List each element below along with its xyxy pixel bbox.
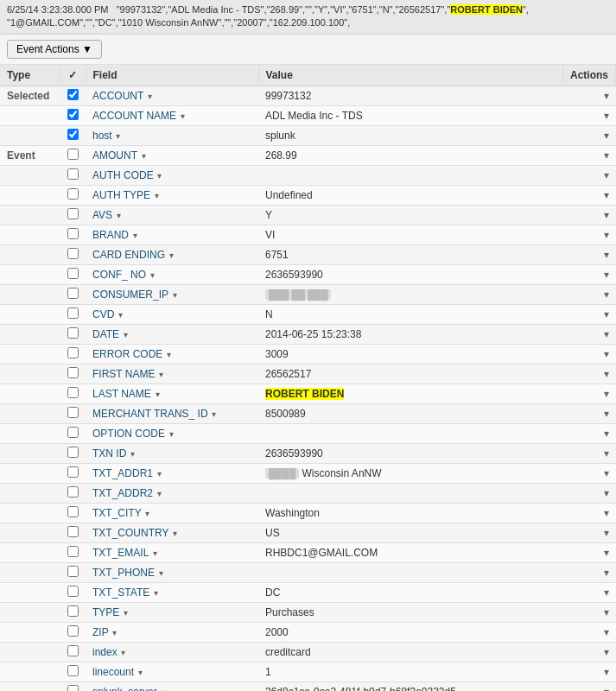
actions-chevron-icon[interactable]: ▾ bbox=[604, 626, 609, 638]
cell-actions[interactable]: ▾ bbox=[562, 304, 615, 324]
actions-chevron-icon[interactable]: ▾ bbox=[604, 507, 609, 519]
actions-chevron-icon[interactable]: ▾ bbox=[604, 666, 609, 678]
field-name-link[interactable]: index bbox=[92, 646, 117, 658]
row-checkbox[interactable] bbox=[67, 89, 79, 100]
field-name-link[interactable]: MERCHANT TRANS_ ID bbox=[92, 408, 208, 420]
cell-checkbox[interactable] bbox=[60, 582, 86, 602]
row-checkbox[interactable] bbox=[67, 347, 79, 358]
cell-actions[interactable]: ▾ bbox=[562, 642, 615, 662]
cell-checkbox[interactable] bbox=[60, 403, 86, 423]
cell-actions[interactable]: ▾ bbox=[562, 344, 615, 364]
row-checkbox[interactable] bbox=[67, 188, 79, 200]
cell-actions[interactable]: ▾ bbox=[562, 523, 615, 542]
cell-checkbox[interactable] bbox=[60, 503, 86, 523]
cell-actions[interactable]: ▾ bbox=[562, 423, 615, 443]
row-checkbox[interactable] bbox=[67, 367, 79, 378]
actions-chevron-icon[interactable]: ▾ bbox=[604, 328, 609, 340]
cell-actions[interactable]: ▾ bbox=[562, 384, 615, 403]
field-name-link[interactable]: LAST NAME bbox=[92, 388, 151, 400]
actions-chevron-icon[interactable]: ▾ bbox=[604, 447, 609, 460]
cell-actions[interactable]: ▾ bbox=[562, 86, 615, 105]
field-chevron-icon[interactable]: ▾ bbox=[210, 409, 217, 419]
field-chevron-icon[interactable]: ▾ bbox=[156, 370, 163, 379]
cell-checkbox[interactable] bbox=[60, 463, 86, 483]
field-chevron-icon[interactable]: ▾ bbox=[156, 171, 162, 181]
actions-chevron-icon[interactable]: ▾ bbox=[604, 269, 609, 281]
cell-actions[interactable]: ▾ bbox=[562, 185, 615, 205]
cell-actions[interactable]: ▾ bbox=[562, 364, 615, 384]
cell-checkbox[interactable] bbox=[60, 165, 86, 185]
field-chevron-icon[interactable]: ▾ bbox=[167, 429, 174, 439]
field-name-link[interactable]: TYPE bbox=[92, 606, 119, 618]
cell-checkbox[interactable] bbox=[60, 185, 86, 205]
field-name-link[interactable]: TXT_CITY bbox=[92, 507, 142, 519]
cell-checkbox[interactable] bbox=[60, 105, 86, 125]
field-chevron-icon[interactable]: ▾ bbox=[148, 270, 155, 280]
cell-checkbox[interactable] bbox=[60, 523, 86, 542]
cell-checkbox[interactable] bbox=[60, 145, 86, 165]
cell-checkbox[interactable] bbox=[60, 284, 86, 304]
cell-checkbox[interactable] bbox=[60, 642, 86, 662]
cell-checkbox[interactable] bbox=[60, 384, 86, 403]
cell-checkbox[interactable] bbox=[60, 86, 86, 105]
field-chevron-icon[interactable]: ▾ bbox=[170, 529, 177, 538]
cell-actions[interactable]: ▾ bbox=[562, 205, 615, 225]
cell-checkbox[interactable] bbox=[60, 443, 86, 463]
actions-chevron-icon[interactable]: ▾ bbox=[604, 527, 609, 539]
cell-actions[interactable]: ▾ bbox=[562, 602, 615, 622]
cell-checkbox[interactable] bbox=[60, 562, 86, 582]
cell-actions[interactable]: ▾ bbox=[562, 403, 615, 423]
row-checkbox[interactable] bbox=[67, 307, 79, 319]
row-checkbox[interactable] bbox=[67, 168, 79, 180]
cell-actions[interactable]: ▾ bbox=[562, 443, 615, 463]
cell-checkbox[interactable] bbox=[60, 364, 86, 384]
field-chevron-icon[interactable]: ▾ bbox=[151, 588, 158, 598]
actions-chevron-icon[interactable]: ▾ bbox=[604, 388, 609, 400]
field-name-link[interactable]: CONF_ NO bbox=[92, 269, 146, 281]
field-chevron-icon[interactable]: ▾ bbox=[119, 648, 126, 657]
cell-actions[interactable]: ▾ bbox=[562, 324, 615, 344]
field-chevron-icon[interactable]: ▾ bbox=[130, 231, 137, 240]
field-name-link[interactable]: BRAND bbox=[92, 229, 129, 241]
field-chevron-icon[interactable]: ▾ bbox=[143, 509, 150, 518]
field-name-link[interactable]: TXT_ADDR1 bbox=[92, 467, 153, 479]
row-checkbox[interactable] bbox=[67, 427, 79, 438]
cell-checkbox[interactable] bbox=[60, 483, 86, 503]
cell-actions[interactable]: ▾ bbox=[562, 165, 615, 185]
cell-actions[interactable]: ▾ bbox=[562, 125, 615, 145]
field-name-link[interactable]: AMOUNT bbox=[92, 149, 137, 162]
actions-chevron-icon[interactable]: ▾ bbox=[604, 586, 609, 599]
actions-chevron-icon[interactable]: ▾ bbox=[604, 169, 609, 181]
row-checkbox[interactable] bbox=[67, 645, 79, 656]
actions-chevron-icon[interactable]: ▾ bbox=[604, 348, 609, 360]
field-chevron-icon[interactable]: ▾ bbox=[121, 330, 128, 339]
cell-actions[interactable]: ▾ bbox=[562, 681, 615, 691]
field-chevron-icon[interactable]: ▾ bbox=[155, 489, 162, 498]
cell-actions[interactable]: ▾ bbox=[562, 264, 615, 284]
actions-chevron-icon[interactable]: ▾ bbox=[604, 547, 609, 559]
field-name-link[interactable]: ZIP bbox=[92, 626, 109, 638]
cell-actions[interactable]: ▾ bbox=[562, 145, 615, 165]
cell-actions[interactable]: ▾ bbox=[562, 483, 615, 503]
field-name-link[interactable]: TXT_EMAIL bbox=[92, 547, 149, 559]
cell-actions[interactable]: ▾ bbox=[562, 244, 615, 264]
field-name-link[interactable]: CVD bbox=[92, 308, 114, 320]
field-name-link[interactable]: AUTH CODE bbox=[92, 169, 154, 181]
cell-actions[interactable]: ▾ bbox=[562, 622, 615, 642]
field-name-link[interactable]: TXT_STATE bbox=[92, 586, 149, 599]
field-name-link[interactable]: host bbox=[92, 130, 112, 142]
field-name-link[interactable]: linecount bbox=[92, 666, 134, 678]
row-checkbox[interactable] bbox=[67, 268, 79, 279]
field-name-link[interactable]: CARD ENDING bbox=[92, 249, 165, 261]
cell-actions[interactable]: ▾ bbox=[562, 562, 615, 582]
cell-checkbox[interactable] bbox=[60, 304, 86, 324]
field-name-link[interactable]: ACCOUNT NAME bbox=[92, 110, 176, 122]
row-checkbox[interactable] bbox=[67, 109, 79, 120]
field-chevron-icon[interactable]: ▾ bbox=[159, 688, 166, 691]
cell-checkbox[interactable] bbox=[60, 125, 86, 145]
cell-checkbox[interactable] bbox=[60, 225, 86, 244]
field-name-link[interactable]: DATE bbox=[92, 328, 119, 340]
row-checkbox[interactable] bbox=[67, 208, 79, 219]
actions-chevron-icon[interactable]: ▾ bbox=[604, 189, 609, 201]
field-name-link[interactable]: TXT_COUNTRY bbox=[92, 527, 168, 539]
